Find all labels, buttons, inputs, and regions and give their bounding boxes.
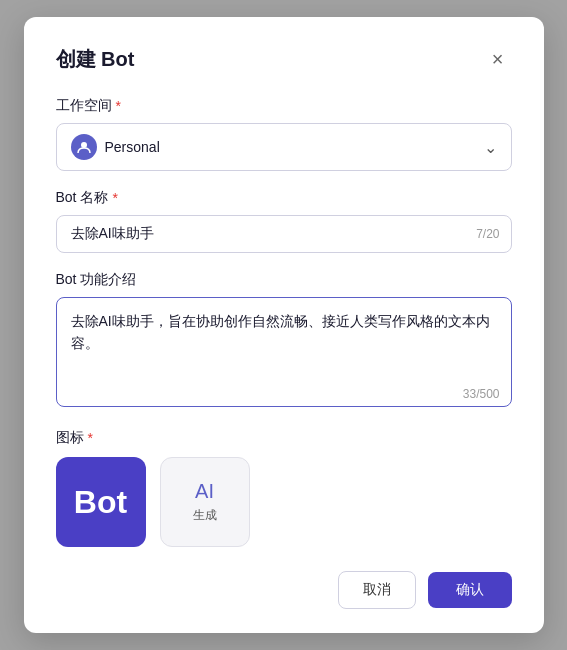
modal-header: 创建 Bot × (56, 45, 512, 73)
workspace-select-left: Personal (71, 134, 160, 160)
workspace-label: 工作空间 * (56, 97, 512, 115)
workspace-value: Personal (105, 139, 160, 155)
icon-required-star: * (88, 430, 93, 446)
icon-section: 图标 * Bot AI 生成 (56, 429, 512, 547)
bot-description-label: Bot 功能介绍 (56, 271, 512, 289)
bot-name-input-wrapper: 7/20 (56, 215, 512, 253)
bot-name-required-star: * (112, 190, 117, 206)
icon-options: Bot AI 生成 (56, 457, 512, 547)
confirm-button[interactable]: 确认 (428, 572, 512, 608)
bot-icon-selected[interactable]: Bot (56, 457, 146, 547)
cancel-button[interactable]: 取消 (338, 571, 416, 609)
bot-description-textarea-wrapper: 去除AI味助手，旨在协助创作自然流畅、接近人类写作风格的文本内容。 33/500 (56, 297, 512, 411)
bot-description-textarea[interactable]: 去除AI味助手，旨在协助创作自然流畅、接近人类写作风格的文本内容。 (56, 297, 512, 407)
bot-description-section: Bot 功能介绍 去除AI味助手，旨在协助创作自然流畅、接近人类写作风格的文本内… (56, 271, 512, 411)
modal-title: 创建 Bot (56, 46, 135, 73)
chevron-down-icon: ⌄ (484, 138, 497, 157)
workspace-required-star: * (116, 98, 121, 114)
bot-name-input[interactable] (56, 215, 512, 253)
workspace-avatar (71, 134, 97, 160)
bot-name-label: Bot 名称 * (56, 189, 512, 207)
create-bot-modal: 创建 Bot × 工作空间 * Personal ⌄ (24, 17, 544, 633)
ai-icon: AI (195, 480, 214, 503)
bot-name-char-count: 7/20 (476, 227, 499, 241)
workspace-select[interactable]: Personal ⌄ (56, 123, 512, 171)
bot-description-char-count: 33/500 (463, 387, 500, 401)
svg-point-0 (81, 142, 87, 148)
modal-overlay: 创建 Bot × 工作空间 * Personal ⌄ (0, 0, 567, 650)
workspace-section: 工作空间 * Personal ⌄ (56, 97, 512, 171)
icon-label: 图标 * (56, 429, 512, 447)
person-icon (77, 140, 91, 154)
modal-footer: 取消 确认 (56, 571, 512, 609)
close-button[interactable]: × (484, 45, 512, 73)
ai-generate-button[interactable]: AI 生成 (160, 457, 250, 547)
ai-generate-label: 生成 (193, 507, 217, 524)
bot-name-section: Bot 名称 * 7/20 (56, 189, 512, 253)
